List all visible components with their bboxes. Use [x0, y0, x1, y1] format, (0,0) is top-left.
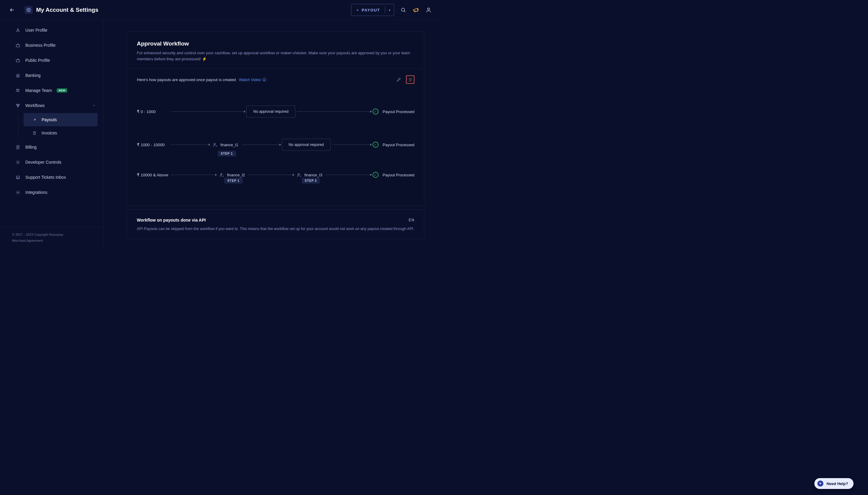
svg-point-17	[298, 173, 299, 175]
sidebar-item-business-profile[interactable]: Business Profile	[0, 38, 103, 53]
sidebar-item-label: User Profile	[25, 28, 47, 33]
footer-merchant-link[interactable]: Merchant Agreement	[12, 239, 91, 242]
watch-video-label: Watch Video	[239, 78, 261, 82]
sidebar-item-label: Business Profile	[25, 43, 55, 48]
back-button[interactable]	[7, 4, 17, 15]
connector	[171, 144, 209, 145]
delete-button[interactable]	[406, 75, 414, 84]
amount-range: ₹ 10000 & Above	[137, 172, 169, 177]
api-workflow-title: Workflow on payouts done via API	[137, 218, 206, 222]
svg-point-15	[214, 143, 215, 145]
sidebar-item-integrations[interactable]: Integrations	[0, 185, 103, 200]
sidebar-item-developer-controls[interactable]: Developer Controls	[0, 155, 103, 170]
sidebar-item-label: Support Tickets Inbox	[25, 175, 66, 180]
user-check-icon	[220, 173, 224, 177]
gear-icon	[15, 160, 20, 165]
svg-rect-5	[16, 60, 19, 62]
sidebar-item-invoices[interactable]: Invoices	[23, 126, 98, 140]
sidebar-item-public-profile[interactable]: Public Profile	[0, 53, 103, 68]
chevron-down-icon	[92, 104, 96, 107]
approver-name: finance_l1	[220, 142, 238, 147]
user-icon	[15, 28, 20, 33]
connector	[332, 144, 370, 145]
workflow-icon	[15, 103, 20, 108]
sidebar-item-billing[interactable]: Billing	[0, 140, 103, 155]
sidebar-item-payouts[interactable]: Payouts	[23, 113, 98, 126]
settings-icon-badge	[25, 6, 33, 14]
connector	[171, 174, 216, 175]
payout-processed: ✓Payout Processed	[372, 108, 415, 115]
connector	[297, 111, 370, 112]
sidebar-item-label: Invoices	[41, 131, 57, 135]
sidebar-item-workflows[interactable]: Workflows	[0, 98, 103, 113]
sidebar-item-banking[interactable]: Banking	[0, 68, 103, 83]
approval-box: No approval required	[282, 139, 331, 151]
approval-title: Approval Workflow	[137, 40, 414, 47]
gear-icon	[15, 190, 20, 195]
api-workflow-desc: API Payouts can be skipped from the work…	[137, 227, 414, 231]
workflow-row: ₹ 0 - 1000No approval required✓Payout Pr…	[137, 105, 414, 118]
sidebar-item-user-profile[interactable]: User Profile	[0, 23, 103, 38]
svg-point-3	[17, 29, 19, 30]
step-chip: STEP 1	[224, 178, 242, 184]
connector	[326, 174, 370, 175]
svg-point-14	[17, 192, 18, 193]
receipt-icon	[15, 145, 20, 150]
svg-point-1	[401, 8, 405, 12]
inbox-icon	[15, 175, 20, 180]
divider	[385, 7, 385, 13]
payout-processed: ✓Payout Processed	[372, 172, 415, 178]
play-icon: ▶	[262, 78, 266, 81]
svg-point-6	[17, 89, 18, 90]
workflow-row: ₹ 1000 - 10000finance_l1No approval requ…	[137, 139, 414, 151]
sidebar-item-support-tickets[interactable]: Support Tickets Inbox	[0, 170, 103, 185]
sidebar-item-manage-team[interactable]: Manage Team NEW	[0, 83, 103, 98]
approver-name: finance_l2	[227, 173, 245, 177]
amount-range: ₹ 1000 - 10000	[137, 142, 169, 147]
connector	[242, 144, 280, 145]
page-title: My Account & Settings	[36, 7, 98, 13]
search-icon[interactable]	[400, 6, 407, 14]
check-icon: ✓	[372, 108, 379, 115]
svg-rect-8	[16, 104, 17, 105]
chevron-down-icon: ▾	[389, 8, 390, 12]
connector	[171, 111, 244, 112]
payout-button[interactable]: + PAYOUT ▾	[351, 4, 394, 16]
watch-video-link[interactable]: Watch Video ▶	[239, 78, 266, 82]
approval-info-text: Here's how payouts are approved once pay…	[137, 78, 236, 82]
user-icon[interactable]	[425, 6, 432, 14]
briefcase-icon	[15, 43, 20, 48]
user-check-icon	[297, 173, 301, 177]
connector	[249, 174, 293, 175]
arrow-out-icon	[33, 118, 37, 122]
check-icon: ✓	[372, 142, 379, 148]
announcement-icon[interactable]	[412, 6, 419, 14]
sidebar-item-label: Developer Controls	[25, 160, 62, 165]
svg-point-13	[17, 161, 18, 163]
user-check-icon	[213, 142, 217, 147]
approval-box: No approval required	[246, 105, 295, 118]
sidebar-item-label: Payouts	[41, 117, 57, 122]
bank-icon	[15, 73, 20, 78]
svg-point-7	[18, 89, 19, 90]
payout-processed: ✓Payout Processed	[372, 142, 415, 148]
approver-node: finance_l2	[218, 173, 246, 177]
api-status-label: EN	[409, 218, 414, 222]
new-badge: NEW	[57, 88, 67, 92]
sidebar-item-label: Billing	[25, 145, 36, 150]
sidebar-item-label: Integrations	[25, 190, 47, 195]
amount-range: ₹ 0 - 1000	[137, 109, 169, 114]
step-chip: STEP 2	[302, 178, 320, 184]
sidebar-item-label: Banking	[25, 73, 41, 78]
svg-rect-4	[16, 45, 19, 47]
svg-rect-10	[17, 106, 18, 107]
check-icon: ✓	[372, 172, 379, 178]
approver-node: finance_l1	[211, 142, 240, 147]
step-chip: STEP 1	[218, 151, 236, 156]
footer-copyright: © 2017 - 2023 Copyright Razorpay	[12, 233, 91, 236]
edit-button[interactable]	[395, 75, 403, 84]
svg-point-0	[28, 9, 29, 11]
sidebar-item-label: Public Profile	[25, 58, 50, 63]
team-icon	[15, 88, 20, 93]
plus-icon: +	[356, 8, 359, 12]
